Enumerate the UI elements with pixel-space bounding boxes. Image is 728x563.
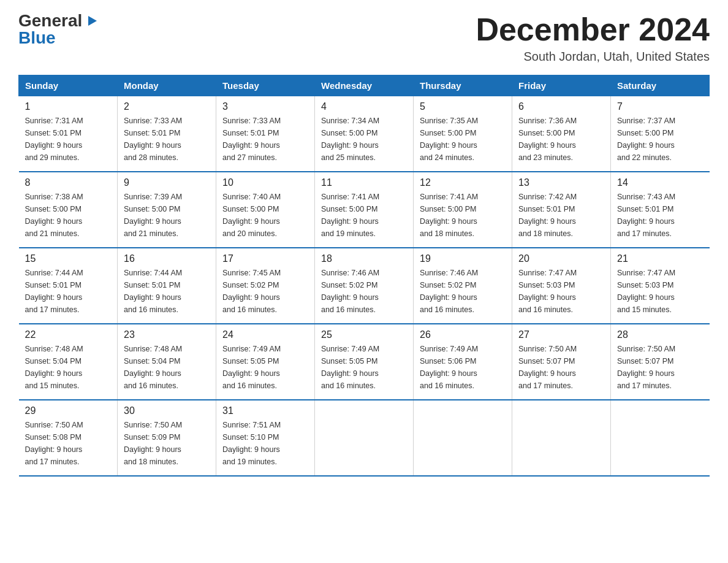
day-number: 16 [124,253,210,264]
day-number: 13 [518,177,604,188]
day-number: 7 [617,101,703,112]
calendar-cell: 11 Sunrise: 7:41 AM Sunset: 5:00 PM Dayl… [315,172,414,248]
day-info: Sunrise: 7:46 AM Sunset: 5:02 PM Dayligh… [420,267,506,316]
day-info: Sunrise: 7:40 AM Sunset: 5:00 PM Dayligh… [222,191,308,240]
calendar-cell: 29 Sunrise: 7:50 AM Sunset: 5:08 PM Dayl… [19,400,118,476]
day-number: 20 [518,253,604,264]
logo-general: General [18,12,82,29]
day-number: 23 [124,329,210,340]
col-monday: Monday [118,75,216,96]
calendar-cell: 27 Sunrise: 7:50 AM Sunset: 5:07 PM Dayl… [512,324,611,400]
day-number: 3 [222,101,308,112]
day-number: 29 [25,405,112,416]
day-info: Sunrise: 7:31 AM Sunset: 5:01 PM Dayligh… [25,115,112,164]
calendar-cell: 10 Sunrise: 7:40 AM Sunset: 5:00 PM Dayl… [216,172,315,248]
day-number: 30 [124,405,210,416]
day-number: 27 [518,329,604,340]
col-tuesday: Tuesday [216,75,315,96]
month-title: December 2024 [476,12,710,47]
calendar-cell: 31 Sunrise: 7:51 AM Sunset: 5:10 PM Dayl… [216,400,315,476]
calendar-cell: 18 Sunrise: 7:46 AM Sunset: 5:02 PM Dayl… [315,248,414,324]
calendar-cell: 2 Sunrise: 7:33 AM Sunset: 5:01 PM Dayli… [118,96,216,172]
day-info: Sunrise: 7:51 AM Sunset: 5:10 PM Dayligh… [222,419,308,468]
day-number: 2 [124,101,210,112]
day-number: 28 [617,329,703,340]
col-sunday: Sunday [19,75,118,96]
day-info: Sunrise: 7:49 AM Sunset: 5:06 PM Dayligh… [420,343,506,392]
title-block: December 2024 South Jordan, Utah, United… [476,12,710,64]
calendar-cell: 30 Sunrise: 7:50 AM Sunset: 5:09 PM Dayl… [118,400,216,476]
day-number: 18 [321,253,407,264]
day-info: Sunrise: 7:50 AM Sunset: 5:07 PM Dayligh… [518,343,604,392]
calendar-cell: 17 Sunrise: 7:45 AM Sunset: 5:02 PM Dayl… [216,248,315,324]
calendar-cell [414,400,512,476]
day-number: 22 [25,329,112,340]
day-number: 24 [222,329,308,340]
day-info: Sunrise: 7:49 AM Sunset: 5:05 PM Dayligh… [321,343,407,392]
calendar-cell: 13 Sunrise: 7:42 AM Sunset: 5:01 PM Dayl… [512,172,611,248]
day-number: 11 [321,177,407,188]
day-info: Sunrise: 7:44 AM Sunset: 5:01 PM Dayligh… [124,267,210,316]
calendar-cell: 6 Sunrise: 7:36 AM Sunset: 5:00 PM Dayli… [512,96,611,172]
calendar-cell [315,400,414,476]
day-info: Sunrise: 7:49 AM Sunset: 5:05 PM Dayligh… [222,343,308,392]
calendar-cell: 22 Sunrise: 7:48 AM Sunset: 5:04 PM Dayl… [19,324,118,400]
calendar-cell: 24 Sunrise: 7:49 AM Sunset: 5:05 PM Dayl… [216,324,315,400]
calendar-week-row: 1 Sunrise: 7:31 AM Sunset: 5:01 PM Dayli… [19,96,710,172]
calendar-cell: 4 Sunrise: 7:34 AM Sunset: 5:00 PM Dayli… [315,96,414,172]
day-info: Sunrise: 7:36 AM Sunset: 5:00 PM Dayligh… [518,115,604,164]
calendar-week-row: 29 Sunrise: 7:50 AM Sunset: 5:08 PM Dayl… [19,400,710,476]
day-number: 15 [25,253,112,264]
day-number: 14 [617,177,703,188]
day-number: 8 [25,177,112,188]
day-info: Sunrise: 7:43 AM Sunset: 5:01 PM Dayligh… [617,191,703,240]
calendar-cell: 20 Sunrise: 7:47 AM Sunset: 5:03 PM Dayl… [512,248,611,324]
col-wednesday: Wednesday [315,75,414,96]
logo-blue: Blue [18,29,56,47]
day-number: 17 [222,253,308,264]
day-info: Sunrise: 7:41 AM Sunset: 5:00 PM Dayligh… [420,191,506,240]
calendar-cell: 23 Sunrise: 7:48 AM Sunset: 5:04 PM Dayl… [118,324,216,400]
page-header: General Blue December 2024 South Jordan,… [18,12,710,64]
calendar-cell: 1 Sunrise: 7:31 AM Sunset: 5:01 PM Dayli… [19,96,118,172]
day-info: Sunrise: 7:46 AM Sunset: 5:02 PM Dayligh… [321,267,407,316]
day-info: Sunrise: 7:50 AM Sunset: 5:09 PM Dayligh… [124,419,210,468]
calendar-cell: 15 Sunrise: 7:44 AM Sunset: 5:01 PM Dayl… [19,248,118,324]
day-info: Sunrise: 7:48 AM Sunset: 5:04 PM Dayligh… [25,343,112,392]
day-info: Sunrise: 7:50 AM Sunset: 5:08 PM Dayligh… [25,419,112,468]
calendar-cell: 3 Sunrise: 7:33 AM Sunset: 5:01 PM Dayli… [216,96,315,172]
calendar-cell: 5 Sunrise: 7:35 AM Sunset: 5:00 PM Dayli… [414,96,512,172]
calendar-cell: 19 Sunrise: 7:46 AM Sunset: 5:02 PM Dayl… [414,248,512,324]
day-info: Sunrise: 7:39 AM Sunset: 5:00 PM Dayligh… [124,191,210,240]
day-number: 26 [420,329,506,340]
day-info: Sunrise: 7:50 AM Sunset: 5:07 PM Dayligh… [617,343,703,392]
calendar-week-row: 22 Sunrise: 7:48 AM Sunset: 5:04 PM Dayl… [19,324,710,400]
day-info: Sunrise: 7:35 AM Sunset: 5:00 PM Dayligh… [420,115,506,164]
col-thursday: Thursday [414,75,512,96]
day-info: Sunrise: 7:37 AM Sunset: 5:00 PM Dayligh… [617,115,703,164]
calendar-cell [512,400,611,476]
location-title: South Jordan, Utah, United States [476,50,710,64]
day-info: Sunrise: 7:48 AM Sunset: 5:04 PM Dayligh… [124,343,210,392]
calendar-cell: 14 Sunrise: 7:43 AM Sunset: 5:01 PM Dayl… [611,172,710,248]
calendar-cell: 9 Sunrise: 7:39 AM Sunset: 5:00 PM Dayli… [118,172,216,248]
calendar-table: Sunday Monday Tuesday Wednesday Thursday… [18,75,710,477]
day-number: 6 [518,101,604,112]
day-info: Sunrise: 7:42 AM Sunset: 5:01 PM Dayligh… [518,191,604,240]
calendar-cell: 12 Sunrise: 7:41 AM Sunset: 5:00 PM Dayl… [414,172,512,248]
logo: General Blue [18,12,99,47]
calendar-cell: 26 Sunrise: 7:49 AM Sunset: 5:06 PM Dayl… [414,324,512,400]
day-info: Sunrise: 7:38 AM Sunset: 5:00 PM Dayligh… [25,191,112,240]
day-number: 25 [321,329,407,340]
day-number: 1 [25,101,112,112]
calendar-cell [611,400,710,476]
day-number: 31 [222,405,308,416]
calendar-week-row: 15 Sunrise: 7:44 AM Sunset: 5:01 PM Dayl… [19,248,710,324]
day-number: 10 [222,177,308,188]
calendar-cell: 16 Sunrise: 7:44 AM Sunset: 5:01 PM Dayl… [118,248,216,324]
svg-marker-0 [88,16,97,26]
day-number: 12 [420,177,506,188]
day-info: Sunrise: 7:34 AM Sunset: 5:00 PM Dayligh… [321,115,407,164]
calendar-week-row: 8 Sunrise: 7:38 AM Sunset: 5:00 PM Dayli… [19,172,710,248]
day-number: 21 [617,253,703,264]
